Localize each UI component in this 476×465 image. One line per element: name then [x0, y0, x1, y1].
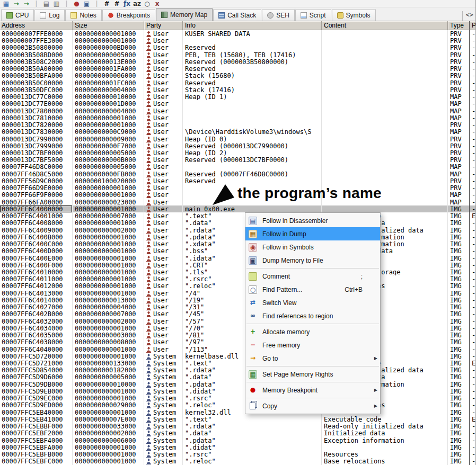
tab-call-stack[interactable]: Call Stack: [213, 9, 261, 21]
menu-item-follow-in-dump[interactable]: ▦Follow in Dump: [245, 227, 380, 240]
table-row[interactable]: 00007FF6C40010000000000000007000User".te…: [0, 212, 475, 219]
table-row[interactable]: 0000003B508C2000000000000013E000UserRese…: [0, 58, 475, 65]
menu-item-go-to[interactable]: →Go to▶: [245, 352, 380, 365]
table-row[interactable]: 00007FF6C40110000000000000001000User".rs…: [0, 275, 475, 282]
table-row[interactable]: 00007FF56D9C00000000000100020000UserRese…: [0, 177, 475, 184]
table-row[interactable]: 00007FF6C40130000000000000001000User"/4"…: [0, 290, 475, 297]
table-row[interactable]: 00007FF6C40090000000000000002000User".rd…: [0, 227, 475, 234]
fx-icon[interactable]: ƒx: [122, 0, 132, 7]
table-row[interactable]: 0000003B50DFC0000000000000004000UserStac…: [0, 86, 475, 93]
table-row[interactable]: 00007FFC5D9ED0000000000000029000System".…: [0, 401, 475, 408]
table-row[interactable]: 0000003B50C0000000000000001FC000UserRese…: [0, 79, 475, 86]
table-row[interactable]: 00007FFC5EB41000000000000007E000System".…: [0, 416, 475, 423]
table-row[interactable]: 00007FF6C400F0000000000000001000User".CR…: [0, 262, 475, 269]
table-row[interactable]: 0000013DC78200000000000000001000UserPRV-: [0, 121, 475, 128]
table-row[interactable]: 00007FF66F9F00000000000000001000UserMAP-: [0, 191, 475, 198]
chip-icon[interactable]: ▦: [1, 0, 11, 7]
table-row[interactable]: 00007FFC5D9D60000000000000005000System".…: [0, 373, 475, 380]
table-row[interactable]: 00007FFC5EBF20000000000000002000System".…: [0, 430, 475, 436]
table-row[interactable]: 00007FFC5EB400000000000000001000Systemke…: [0, 409, 475, 416]
table-row[interactable]: 0000003B50A0000000000000001FA000UserRese…: [0, 65, 475, 72]
menu-item-set-page-memory-rights[interactable]: ▦Set Page Memory Rights: [245, 368, 380, 381]
menu-item-memory-breakpoint[interactable]: ●Memory Breakpoint▶: [245, 383, 380, 397]
table-row[interactable]: 0000013DC783000000000000000C9000User\Dev…: [0, 128, 475, 135]
table-row[interactable]: 0000013DC7BF00000000000000005000UserHeap…: [0, 149, 475, 156]
tab-cpu[interactable]: CPU: [1, 9, 34, 21]
table-row[interactable]: 00007FF66FA000000000000000023000UserMAP-: [0, 199, 475, 205]
table-row[interactable]: 00007FF6C40340000000000000001000User"/70…: [0, 325, 475, 332]
arrow-into-icon[interactable]: →: [21, 0, 31, 7]
table-row[interactable]: 00007FFC5EBFC0000000000000001000System".…: [0, 458, 475, 464]
menu-item-follow-in-disassembler[interactable]: ▤Follow in Disassembler: [245, 214, 380, 227]
menu-item-free-memory[interactable]: −Free memory: [245, 338, 380, 352]
column-header-size[interactable]: Size: [73, 21, 144, 30]
table-row[interactable]: 00007FF6C40380000000000000008000User"/97…: [0, 338, 475, 345]
column-header-info[interactable]: Info: [183, 21, 322, 30]
menu-item-comment[interactable]: Comment;: [245, 270, 380, 283]
table-row[interactable]: 00007FF6C40080000000000000001000User".da…: [0, 219, 475, 226]
table-row[interactable]: 00007FFC5EBBF0000000000000033000System".…: [0, 423, 475, 430]
arrow-right-icon[interactable]: →: [11, 0, 21, 7]
table-row[interactable]: 0000013DC77C00000000000000010000UserHeap…: [0, 93, 475, 100]
table-row[interactable]: 00007FF6C40320000000000000002000User"/57…: [0, 318, 475, 325]
table-row[interactable]: 0000013DC78000000000000000004000UserMAP-: [0, 108, 475, 114]
column-header-content[interactable]: Content: [322, 21, 448, 30]
hash-icon[interactable]: #: [102, 0, 112, 7]
menu-item-find-references-to-region[interactable]: ∞Find references to region: [245, 309, 380, 323]
menu-item-find-pattern[interactable]: ○Find Pattern...Ctrl+B: [245, 283, 380, 296]
table-row[interactable]: 00007FF6C40350000000000000003000User"/81…: [0, 332, 475, 338]
table-row[interactable]: 00007FFC5EBF40000000000000006000System".…: [0, 437, 475, 444]
table-body[interactable]: 000000007FFE00000000000000001000UserKUSE…: [0, 30, 475, 465]
table-row[interactable]: 00007FFC5D9DB0000000000000010000System".…: [0, 381, 475, 388]
table-row[interactable]: 00007FFC5EBFB0000000000000001000System".…: [0, 451, 475, 458]
table-row[interactable]: 0000013DC78100000000000000001000UserMAP-: [0, 114, 475, 121]
table-row[interactable]: 00007FFC5EBFA0000000000000001000System".…: [0, 444, 475, 451]
column-header-type[interactable]: Type: [448, 21, 470, 30]
tab-scroll-buttons[interactable]: <>: [462, 11, 475, 21]
table-row[interactable]: 00007FF6C40000000000000000001000Usermain…: [0, 205, 475, 212]
table-row[interactable]: 0000003B508BD0000000000000005000UserPEB,…: [0, 51, 475, 58]
table-row[interactable]: 00007FFC5D7200000000000000001000Systemke…: [0, 353, 475, 360]
table-row[interactable]: 000000007FFE00000000000000001000UserKUSE…: [0, 30, 475, 37]
table-row[interactable]: 00007FFC5D9EC0000000000000001000System".…: [0, 395, 475, 401]
table-row[interactable]: 00007FF6C40400000000000000001000User"/11…: [0, 346, 475, 353]
table-row[interactable]: 00007FF6C40140000000000000013000User"/19…: [0, 297, 475, 303]
table-row[interactable]: 00007FFC5D9EB0000000000000001000System".…: [0, 388, 475, 395]
column-header-party[interactable]: Party: [144, 21, 183, 30]
graph-icon[interactable]: ▣: [82, 0, 92, 7]
menu-item-allocate-memory[interactable]: +Allocate memory: [245, 325, 380, 338]
table-row[interactable]: 00007FF46D8C00000000000000005000UserMAP-: [0, 163, 475, 170]
table-row[interactable]: 00007FF6C40100000000000000001000User".tl…: [0, 269, 475, 275]
search-icon[interactable]: ○: [142, 0, 152, 7]
column-header-address[interactable]: Address: [0, 21, 73, 30]
menu-item-dump-memory-to-file[interactable]: ▣Dump Memory to File: [245, 254, 380, 267]
breakpoint-dot-icon[interactable]: ●: [72, 0, 82, 7]
table-row[interactable]: 00007FFC5D8540000000000000182000System".…: [0, 366, 475, 373]
column-header-p[interactable]: P: [470, 21, 475, 30]
menu-item-copy[interactable]: Copy▶: [245, 399, 380, 413]
table-row[interactable]: 00007FF6C400E0000000000000001000User".id…: [0, 255, 475, 262]
table-row[interactable]: 0000013DC7BF5000000000000000B000UserRese…: [0, 156, 475, 163]
table-row[interactable]: 00007FF6C400D0000000000000001000User".bs…: [0, 247, 475, 254]
table-row[interactable]: 00007FF6C400B0000000000000001000User".pd…: [0, 234, 475, 240]
table-row[interactable]: 0000013DC79900000000000000009000UserHeap…: [0, 136, 475, 142]
table-row[interactable]: 0000013DC77E0000000000000001D000UserMAP-: [0, 100, 475, 107]
table-row[interactable]: 00007FF6C402B0000000000000007000User"/45…: [0, 310, 475, 317]
table-row[interactable]: 0000013DC799900000000000000F7000UserRese…: [0, 142, 475, 149]
table-row[interactable]: 00007FF46D8C500000000000000FB000UserRese…: [0, 171, 475, 177]
tab-symbols[interactable]: Symbols: [332, 9, 376, 21]
table-row[interactable]: 00007FF6C400C0000000000000001000User".xd…: [0, 240, 475, 247]
notes-page-icon[interactable]: ▥: [51, 0, 61, 7]
table-row[interactable]: 00007FF6C40120000000000000001000User".re…: [0, 282, 475, 289]
menu-item-follow-in-symbols[interactable]: ◉Follow in Symbols: [245, 240, 380, 254]
table-row[interactable]: 00007FF6C40270000000000000004000User"/31…: [0, 303, 475, 310]
tab-log[interactable]: Log: [34, 9, 65, 21]
table-row[interactable]: 00007FF66D9E00000000000000001000UserPRV-: [0, 184, 475, 191]
tab-seh[interactable]: SEH: [262, 9, 295, 21]
table-row[interactable]: 000000007FFE30000000000000001000UserPRV-: [0, 37, 475, 44]
log-page-icon[interactable]: ▤: [41, 0, 51, 7]
tab-script[interactable]: Script: [295, 9, 331, 21]
hash-icon[interactable]: #: [112, 0, 122, 7]
table-row[interactable]: 0000003B5080000000000000000BD000UserRese…: [0, 44, 475, 51]
tab-breakpoints[interactable]: Breakpoints: [102, 9, 155, 21]
